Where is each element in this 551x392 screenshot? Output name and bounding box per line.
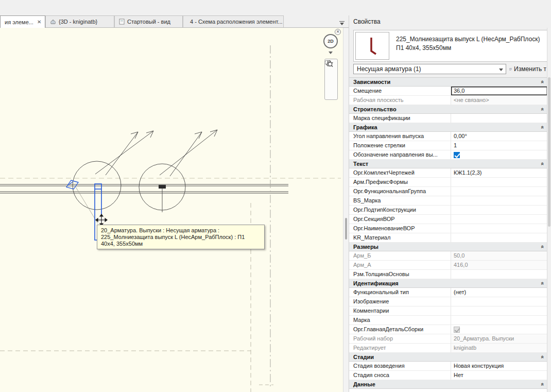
property-group-header[interactable]: Строительство« [349,105,547,114]
property-value[interactable] [451,233,547,242]
property-value[interactable] [451,270,547,279]
wheel-dropdown-icon[interactable] [329,52,333,54]
property-value[interactable]: КЖ1.1(2,3) [451,168,547,177]
navbar-close-icon[interactable]: ✕ [335,29,341,35]
property-row: Арм_Б50,0 [349,251,547,261]
property-value: 20_Арматура. Выпуски [451,334,547,343]
property-label: Рабочая плоскость [349,96,451,105]
property-group-header[interactable]: Данные« [349,380,547,389]
property-value[interactable] [451,187,547,196]
combo-arrow-icon [499,69,503,71]
property-label: Арм_А [349,261,451,269]
tab-label: Стартовый - вид [127,19,170,25]
tab-scheme-view[interactable]: 4 - Схема расположения элемент... [183,15,284,27]
property-row: Орг.ПодтипКонструкции [349,206,547,215]
property-checkbox[interactable] [454,152,460,158]
collapse-group-icon[interactable]: « [540,383,545,386]
property-value[interactable] [451,306,547,315]
property-value[interactable]: Нет [451,371,547,380]
properties-scrollbar[interactable] [547,28,551,392]
property-group-header[interactable]: Графика« [349,123,547,132]
property-label: Арм_Б [349,251,451,260]
collapse-group-icon[interactable]: « [540,355,545,359]
property-value[interactable] [451,325,547,334]
property-value[interactable] [451,224,547,233]
property-value[interactable] [451,215,547,224]
drawing-canvas[interactable]: 20_Арматура. Выпуски : Несущая арматура … [0,28,343,392]
3d-house-icon [50,19,56,25]
property-value[interactable] [451,297,547,306]
property-value[interactable] [451,178,547,186]
property-row: Рзм.ТолщинаОсновы [349,270,547,279]
tab-start-view[interactable]: Стартовый - вид [114,15,183,27]
tab-list-dropdown-icon[interactable] [338,21,346,25]
property-value[interactable]: (нет) [451,288,547,297]
type-selector-combo[interactable]: Несущая арматура (1) [353,64,506,74]
property-row: Функциональный тип(нет) [349,288,547,297]
properties-panel-title: Свойства [349,15,551,28]
property-label: Рабочий набор [349,334,451,343]
property-row: BS_Марка [349,196,547,206]
scrollbar-thumb[interactable] [345,218,347,240]
sheet-icon [119,19,125,25]
property-group-header[interactable]: Стадии« [349,353,547,362]
property-group-header[interactable]: Зависимости« [349,78,547,87]
property-label: Орг.НаименованиеВОР [349,224,451,233]
move-cursor [96,214,107,226]
tooltip-line: 225_Молниезащита выпуск L (НесАрм_РабПло… [101,234,261,241]
property-label: Изображение [349,297,451,306]
property-value[interactable]: 36,0 [451,87,547,95]
zoom-region-icon[interactable] [325,59,333,67]
canvas-scrollbar[interactable] [343,28,349,392]
close-tab-icon[interactable]: ✕ [37,19,41,25]
property-value[interactable] [451,196,547,205]
property-value: 416,0 [451,261,547,269]
property-value[interactable]: 0,00° [451,132,547,141]
property-row: Арм.ПрефиксФормы [349,178,547,187]
tab-active-view[interactable]: ия элеме... ✕ [0,15,45,28]
tab-3d-view[interactable]: {3D - kniginatb} [45,15,114,27]
tab-label: 4 - Схема расположения элемент... [190,19,283,25]
type-selector-value: Несущая арматура (1) [357,65,421,73]
wall-lines [0,184,288,193]
property-label: Орг.ПодтипКонструкции [349,206,451,214]
property-group-header[interactable]: Размеры« [349,243,547,251]
property-value[interactable] [451,150,547,159]
navigation-bar: ✕ 2D [321,29,342,127]
group-name: Текст [353,161,368,167]
property-value[interactable] [451,206,547,214]
tooltip-line: 40x4, 355x50мм [101,241,261,247]
property-row: Арм_А416,0 [349,261,547,270]
property-group-header[interactable]: Идентификация« [349,279,547,288]
edit-type-button[interactable]: Изменить т [509,65,546,73]
tab-label: {3D - kniginatb} [59,19,97,25]
property-label: Марка спецификации [349,114,451,123]
property-group-header[interactable]: Текст« [349,160,547,168]
type-selector-row: Несущая арматура (1) Изменить т [353,64,547,74]
type-name-line1: 225_Молниезащита выпуск L (НесАрм_РабПло… [396,35,540,44]
collapse-group-icon[interactable]: « [540,80,545,83]
property-value: 50,0 [451,251,547,260]
property-row: Стадия возведенияНовая конструкция [349,362,547,371]
property-value[interactable]: Новая конструкция [451,362,547,370]
property-label: KR_Материал [349,233,451,242]
property-value[interactable] [451,114,547,123]
edit-type-label: Изменить т [514,65,546,73]
steering-wheel-2d-icon[interactable]: 2D [323,34,338,48]
property-value[interactable] [451,316,547,325]
group-name: Идентификация [353,280,399,286]
leader-arrows [95,130,217,176]
family-symbol-icon [364,36,381,56]
collapse-group-icon[interactable]: « [540,126,545,129]
property-label: Обозначение направления вы... [349,150,451,159]
property-label: Орг.СекцияВОР [349,215,451,224]
property-value[interactable]: 1 [451,141,547,150]
scrollbar-thumb[interactable] [548,77,550,227]
collapse-group-icon[interactable]: « [540,162,545,165]
property-row: KR_Материал [349,233,547,243]
property-value: <не связано> [451,96,547,105]
collapse-group-icon[interactable]: « [540,108,545,111]
collapse-group-icon[interactable]: « [540,245,545,248]
tab-label: ия элеме... [5,19,33,25]
collapse-group-icon[interactable]: « [540,282,545,285]
